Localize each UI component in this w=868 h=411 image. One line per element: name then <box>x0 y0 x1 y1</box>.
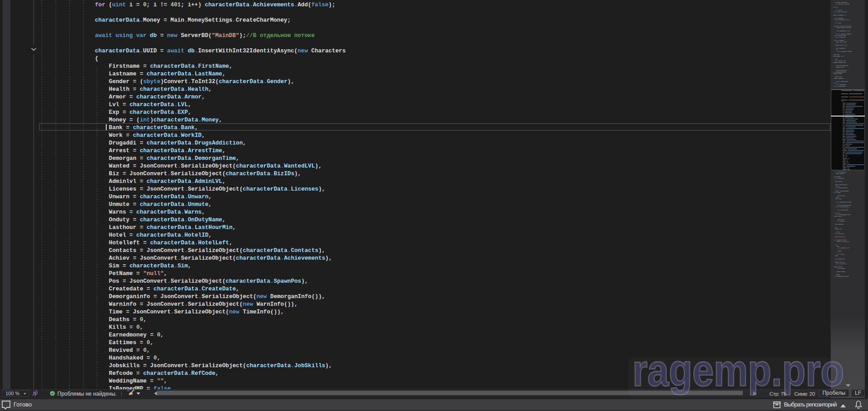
svg-text:ragemp.pro: ragemp.pro <box>632 346 844 395</box>
